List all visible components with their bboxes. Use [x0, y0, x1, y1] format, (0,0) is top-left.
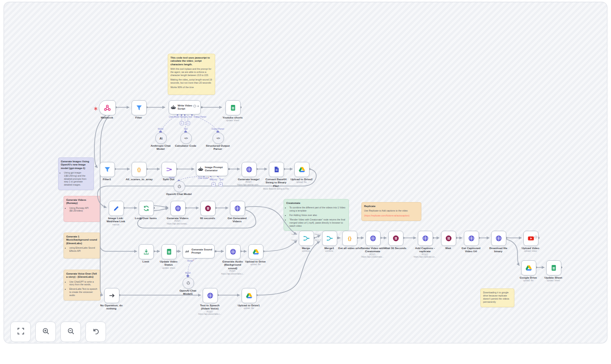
node-loop-over-items[interactable]: [139, 201, 154, 216]
openai-icon: [186, 280, 191, 286]
workflow-canvas[interactable]: This code tool uses javascript to calcul…: [4, 2, 607, 343]
node-anthropic-chat-model[interactable]: A\: [155, 132, 167, 144]
node-subtitle: upload: file: [236, 307, 262, 310]
node-upload-to-drive1[interactable]: [242, 288, 257, 303]
sticky-note-replicate-note[interactable]: ReplicateUse Replicate to Add captions t…: [361, 202, 421, 221]
node-label-text-to-speech: Text to Speech (Adam Voice)POST: https:/…: [197, 304, 223, 316]
node-label-openai-chat-model1: OpenAI Chat Model1: [175, 289, 201, 296]
node-label-youtube-shorts: Youtube shortsupdate: sheet: [220, 116, 246, 122]
add-port-button[interactable]: +: [212, 182, 216, 186]
canvas-toolbar: [10, 322, 106, 342]
add-port-button[interactable]: +: [186, 121, 190, 125]
port-label: Tool: [184, 128, 187, 130]
zoom-out-button[interactable]: [60, 322, 81, 342]
add-port-button[interactable]: +: [219, 182, 223, 186]
node-text-to-speech[interactable]: [203, 288, 218, 303]
node-all-scenes-to-array[interactable]: {}: [132, 162, 147, 177]
globe-icon: [207, 292, 214, 299]
sticky-note-music-note[interactable]: Generate 1 Music/background sound (Eleve…: [64, 233, 101, 258]
node-label-add-captions-replicate: Add Captions - replicatePOST: https://ap…: [412, 246, 438, 258]
node-filter1[interactable]: [100, 162, 115, 177]
node-write-video-script[interactable]: Write Video Script: [169, 100, 201, 114]
node-merge[interactable]: [299, 231, 314, 246]
node-update-sheet[interactable]: [546, 260, 561, 275]
node-add-captions-replicate[interactable]: [418, 231, 433, 246]
node-limit[interactable]: [139, 244, 154, 259]
node-openai-chat-model1[interactable]: [182, 277, 194, 289]
node-convert-base64[interactable]: [269, 162, 284, 177]
expand-button[interactable]: [596, 6, 604, 14]
sticky-note-runway-note[interactable]: Generate Videos (Runway)Using Runway API…: [64, 196, 101, 222]
globe-icon: [246, 166, 253, 173]
node-generate-sound-prompt[interactable]: Generate Sound Prompt: [182, 244, 215, 258]
node-upload-video[interactable]: [523, 231, 539, 246]
node-get-generated-videos[interactable]: [230, 201, 245, 216]
node-sixty-seconds[interactable]: [200, 201, 216, 216]
node-webhook[interactable]: [99, 100, 116, 115]
sticky-paragraph: With this tool inplace and the prompt fo…: [170, 68, 212, 77]
node-label-generate-image: Generate Image!POST: https://api.openai.…: [236, 178, 262, 186]
node-wait[interactable]: [441, 231, 456, 246]
port-label: Chat Model: [169, 116, 179, 118]
node-merge1[interactable]: [322, 231, 337, 246]
sticky-link[interactable]: (https://replicate.com/fictions-ai/autoc…: [364, 214, 419, 217]
sticky-title: Generate Videos (Runway): [66, 199, 98, 205]
zoom-in-button[interactable]: [35, 322, 56, 342]
node-update-video-status[interactable]: [161, 244, 177, 259]
node-upload-to-drive2[interactable]: [294, 162, 310, 177]
node-get-captioned-video-url[interactable]: [464, 231, 479, 246]
node-download-file-binary[interactable]: [491, 231, 506, 246]
node-openai-chat-model[interactable]: [174, 181, 185, 192]
sticky-note-code-tool-note[interactable]: This code tool uses javascript to calcul…: [168, 54, 215, 95]
port-label: Input 1: [292, 233, 297, 235]
sticky-title: Generate Images Using OpenAI's new Image…: [61, 160, 91, 170]
globe-icon: [369, 235, 377, 242]
node-image-prompt-generator[interactable]: Image Prompt Generator: [196, 162, 228, 176]
node-subtitle: Move Base64 String to File: [263, 188, 289, 190]
sticky-bullet: using ElevenLabs Sound Effects API: [69, 246, 98, 253]
node-generate-audio[interactable]: [225, 244, 241, 259]
port-label: Input 1: [315, 233, 321, 235]
node-image-link-webview[interactable]: [109, 201, 124, 216]
add-port-button[interactable]: +: [180, 121, 184, 125]
sticky-title: Generate 1 Music/background sound (Eleve…: [66, 235, 98, 245]
sticky-title: Creatomate: [286, 202, 346, 205]
sticky-note-creatomate-note[interactable]: CreatomateTo combine the different part …: [284, 199, 349, 231]
node-calculator-code[interactable]: </>: [180, 132, 192, 144]
undo-button[interactable]: [85, 322, 106, 342]
node-google-drive[interactable]: [521, 260, 536, 275]
port-label: Model*: [187, 260, 194, 262]
node-wait-30-seconds[interactable]: [388, 231, 403, 246]
node-structured-output-parser[interactable]: </>: [212, 132, 224, 144]
sticky-note-voiceover-note[interactable]: Generate Voice Over (Tell a story) - (El…: [64, 270, 101, 301]
sticky-bullet: To combine the different part of the vid…: [289, 206, 346, 212]
sticky-note-download-drive-note[interactable]: Downloading it to google drive because r…: [480, 288, 514, 307]
sticky-note-generate-images-note[interactable]: Generate Images Using OpenAI's new Image…: [58, 157, 94, 190]
node-youtube-shorts[interactable]: [225, 100, 241, 115]
file-icon: [273, 166, 280, 173]
node-generate-image[interactable]: [242, 162, 257, 177]
sheets-icon: [229, 104, 237, 111]
node-upload-to-drive[interactable]: [248, 244, 263, 259]
node-subtitle: upload: file: [289, 181, 314, 184]
node-subtitle: POST: https://api.creatomate...: [360, 254, 386, 258]
node-generate-videos[interactable]: [170, 201, 186, 216]
node-no-operation[interactable]: [104, 288, 119, 303]
port-label: Memory: [180, 116, 188, 118]
svg-text:</>: </>: [216, 137, 221, 140]
globe-icon: [468, 235, 475, 242]
node-label-no-operation: No Operation, do nothing: [98, 304, 124, 310]
fit-view-button[interactable]: [10, 322, 31, 342]
node-render-video-creatomate[interactable]: [365, 231, 381, 246]
sticky-bullet: For Adding Voice over also: [289, 214, 346, 217]
port-label: Model: [185, 272, 191, 274]
merge-icon: [303, 235, 310, 242]
node-filter[interactable]: [132, 100, 147, 115]
node-label-filter1: Filter1: [94, 178, 120, 181]
node-get-all-video-urls[interactable]: {}: [342, 231, 357, 246]
node-label-structured-output-parser: Structured Output Parser: [205, 144, 231, 151]
node-label-generate-videos: Generate VideosPOST: https://api.dev.run…: [165, 216, 191, 225]
node-label-convert-base64: Convert Base64 String to Binary File!Mov…: [263, 178, 289, 190]
filter-icon: [136, 104, 143, 111]
node-split-out[interactable]: [161, 162, 177, 177]
